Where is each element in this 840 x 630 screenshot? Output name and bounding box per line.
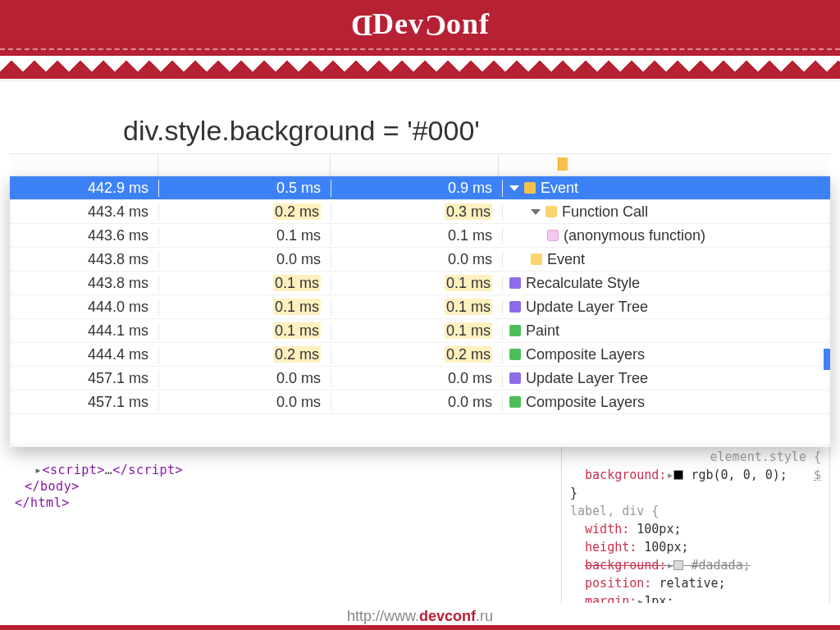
activity-label: Event — [547, 251, 585, 268]
timeline-row[interactable]: 443.4 ms0.2 ms0.3 msFunction Call — [10, 200, 830, 224]
activity-label: Paint — [526, 322, 559, 340]
activity-label: (anonymous function) — [564, 227, 705, 244]
src-html-close: </html> — [15, 495, 70, 510]
timestamp-cell: 442.9 ms — [10, 180, 158, 197]
activity-label: Event — [541, 180, 578, 197]
footer-link[interactable]: devconf — [419, 608, 476, 624]
self-time-cell: 0.1 ms — [158, 299, 331, 316]
color-swatch-black-icon[interactable] — [673, 470, 683, 480]
devtools-lower-panes: ▸<script>…</script> </body> </html> elem… — [10, 442, 830, 630]
timeline-row[interactable]: 443.8 ms0.0 ms0.0 msEvent — [10, 248, 830, 272]
activity-label: Composite Layers — [526, 346, 645, 363]
total-time-cell: 0.0 ms — [331, 394, 502, 411]
total-time-cell: 0.0 ms — [331, 370, 502, 387]
activity-cell: (anonymous function) — [502, 227, 830, 244]
activity-cell: Update Layer Tree — [502, 299, 830, 316]
self-time-cell: 0.5 ms — [158, 180, 331, 197]
activity-label: Composite Layers — [526, 394, 645, 411]
timeline-row[interactable]: 443.8 ms0.1 ms0.1 msRecalculate Style — [10, 272, 830, 295]
activity-cell: Paint — [502, 322, 830, 340]
timeline-row[interactable]: 444.1 ms0.1 ms0.1 msPaint — [10, 319, 830, 343]
self-time-cell: 0.0 ms — [158, 370, 331, 387]
total-time-cell: 0.0 ms — [331, 251, 502, 268]
disclosure-triangle-icon[interactable] — [509, 185, 519, 191]
timeline-grid[interactable]: 442.9 ms0.5 ms0.9 msEvent443.4 ms0.2 ms0… — [10, 176, 830, 447]
activity-cell: Event — [502, 180, 830, 197]
activity-cell: Update Layer Tree — [502, 370, 830, 387]
header-zigzag-icon — [0, 49, 840, 79]
timestamp-cell: 444.4 ms — [10, 346, 158, 363]
total-time-cell: 0.1 ms — [331, 227, 502, 244]
logo-text-1: Dev — [372, 7, 424, 40]
activity-label: Recalculate Style — [526, 275, 640, 292]
total-time-cell: 0.9 ms — [331, 180, 502, 197]
logo-c-flip-icon: C — [424, 8, 446, 43]
total-time-cell: 0.3 ms — [331, 203, 502, 221]
header-dash-line — [0, 48, 840, 50]
timestamp-cell: 457.1 ms — [10, 370, 158, 387]
slide-title: div.style.background = '#000' — [123, 115, 830, 147]
timeline-row[interactable]: 444.0 ms0.1 ms0.1 msUpdate Layer Tree — [10, 295, 830, 319]
timeline-row[interactable]: 457.1 ms0.0 ms0.0 msComposite Layers — [10, 390, 830, 414]
self-time-cell: 0.2 ms — [158, 203, 331, 221]
self-time-cell: 0.0 ms — [158, 251, 331, 268]
expand-arrow-icon[interactable]: ▸ — [666, 468, 673, 482]
self-time-cell: 0.1 ms — [158, 275, 331, 292]
total-time-cell: 0.1 ms — [331, 299, 502, 316]
timestamp-cell: 443.8 ms — [10, 275, 158, 292]
color-swatch-grey-icon[interactable] — [673, 560, 683, 570]
activity-label: Function Call — [562, 203, 648, 221]
timestamp-cell: 444.0 ms — [10, 299, 158, 316]
scrollbar-thumb[interactable] — [824, 349, 830, 370]
activity-label: Update Layer Tree — [526, 299, 648, 316]
activity-cell: Function Call — [502, 203, 830, 221]
timeline-row[interactable]: 442.9 ms0.5 ms0.9 msEvent — [10, 176, 830, 200]
self-time-cell: 0.1 ms — [158, 322, 331, 340]
activity-cell: Event — [502, 251, 830, 268]
timeline-row[interactable]: 444.4 ms0.2 ms0.2 msComposite Layers — [10, 343, 830, 367]
total-time-cell: 0.1 ms — [331, 275, 502, 292]
category-swatch-icon — [509, 277, 521, 289]
styles-pane[interactable]: element.style { $ background:▸ rgb(0, 0,… — [561, 442, 830, 630]
self-time-cell: 0.2 ms — [158, 346, 331, 363]
logo-text-2: onf — [446, 7, 490, 40]
footer-bottom-bar — [0, 625, 840, 630]
ruler-event-mark-icon — [558, 158, 568, 171]
src-script-open: <script> — [43, 463, 105, 477]
slide-header: DDevConf — [0, 0, 840, 49]
timeline-panel: 442.9 ms0.5 ms0.9 msEvent443.4 ms0.2 ms0… — [10, 153, 830, 457]
expand-arrow-icon[interactable]: ▸ — [666, 558, 673, 573]
activity-cell: Recalculate Style — [502, 275, 830, 292]
src-body-close: </body> — [25, 479, 80, 494]
timestamp-cell: 443.4 ms — [10, 203, 158, 221]
self-time-cell: 0.1 ms — [158, 227, 331, 244]
timeline-ruler[interactable] — [10, 153, 830, 176]
timestamp-cell: 443.8 ms — [10, 251, 158, 268]
timestamp-cell: 443.6 ms — [10, 227, 158, 244]
activity-cell: Composite Layers — [502, 394, 830, 411]
category-swatch-icon — [509, 396, 521, 408]
elements-source-pane[interactable]: ▸<script>…</script> </body> </html> — [10, 442, 561, 630]
total-time-cell: 0.2 ms — [331, 346, 502, 363]
category-swatch-icon — [547, 230, 559, 241]
activity-cell: Composite Layers — [502, 346, 830, 363]
category-swatch-icon — [509, 325, 521, 336]
activity-label: Update Layer Tree — [526, 370, 648, 387]
timeline-row[interactable]: 443.6 ms0.1 ms0.1 ms(anonymous function) — [10, 224, 830, 248]
timeline-row[interactable]: 457.1 ms0.0 ms0.0 msUpdate Layer Tree — [10, 367, 830, 390]
styles-source-link[interactable]: $ — [814, 466, 821, 484]
style-rule-labeldiv: label, div { — [570, 502, 821, 520]
logo-d-flip-icon: D — [350, 8, 372, 43]
timestamp-cell: 457.1 ms — [10, 394, 158, 411]
category-swatch-icon — [524, 182, 536, 194]
category-swatch-icon — [546, 206, 557, 217]
category-swatch-icon — [509, 372, 521, 384]
src-script-close: </script> — [112, 463, 183, 477]
category-swatch-icon — [509, 301, 521, 313]
self-time-cell: 0.0 ms — [158, 394, 331, 411]
total-time-cell: 0.1 ms — [331, 322, 502, 340]
brand-logo: DDevConf — [350, 7, 490, 41]
disclosure-triangle-icon[interactable] — [531, 209, 541, 215]
expand-arrow-icon[interactable]: ▸ — [34, 463, 43, 477]
category-swatch-icon — [531, 253, 542, 265]
